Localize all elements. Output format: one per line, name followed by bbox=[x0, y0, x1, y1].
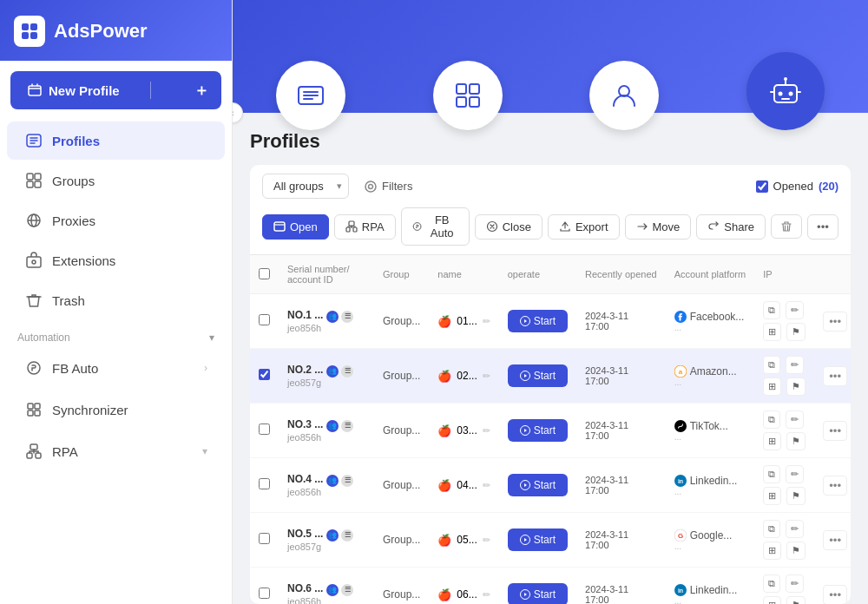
sidebar-item-fb-auto[interactable]: FB Auto › bbox=[7, 349, 225, 387]
flag-icon-4[interactable]: ⚑ bbox=[786, 542, 806, 560]
flag-icon-3[interactable]: ⚑ bbox=[786, 487, 806, 505]
start-button-1[interactable]: Start bbox=[508, 364, 568, 387]
row-more-button-0[interactable]: ••• bbox=[823, 312, 847, 332]
edit-icon[interactable]: ✏ bbox=[483, 316, 490, 327]
more-cell-4: ••• bbox=[814, 513, 851, 568]
group-select[interactable]: All groups Group 1 Group 2 bbox=[262, 174, 349, 199]
banner-bot-icon-wrap[interactable] bbox=[746, 52, 825, 130]
banner-user-icon-wrap[interactable] bbox=[589, 61, 659, 130]
edit-row-icon-0[interactable]: ✏ bbox=[786, 301, 804, 319]
open-label: Open bbox=[290, 220, 318, 233]
operate-cell-0: Start bbox=[499, 294, 576, 349]
edit-icon[interactable]: ✏ bbox=[483, 535, 490, 546]
bookmark-icon-1[interactable]: ⊞ bbox=[763, 378, 781, 396]
ip-cell-1: ⧉ ✏ ⊞ ⚑ bbox=[754, 349, 814, 404]
close-button[interactable]: Close bbox=[475, 214, 542, 240]
sidebar-extensions-label: Extensions bbox=[52, 253, 115, 268]
apple-icon: 🍎 bbox=[437, 534, 451, 547]
svg-rect-7 bbox=[35, 174, 41, 180]
bookmark-icon-0[interactable]: ⊞ bbox=[763, 323, 781, 341]
rpa-button[interactable]: RPA bbox=[334, 214, 396, 240]
row-more-button-4[interactable]: ••• bbox=[823, 530, 847, 550]
copy-icon-3[interactable]: ⧉ bbox=[763, 465, 780, 483]
edit-row-icon-5[interactable]: ✏ bbox=[786, 574, 804, 593]
select-all-checkbox[interactable] bbox=[259, 268, 270, 279]
bookmark-icon-3[interactable]: ⊞ bbox=[763, 487, 781, 505]
edit-row-icon-2[interactable]: ✏ bbox=[786, 410, 804, 429]
flag-icon-2[interactable]: ⚑ bbox=[786, 432, 806, 450]
banner-grid-icon-wrap[interactable] bbox=[433, 61, 503, 130]
svg-text:in: in bbox=[678, 478, 683, 484]
edit-icon[interactable]: ✏ bbox=[483, 589, 490, 601]
group-cell-2: Group... bbox=[374, 404, 429, 458]
edit-icon[interactable]: ✏ bbox=[483, 371, 490, 382]
copy-icon-4[interactable]: ⧉ bbox=[763, 520, 780, 538]
row-more-button-3[interactable]: ••• bbox=[823, 476, 847, 496]
banner-list-icon-wrap[interactable] bbox=[276, 61, 345, 130]
svg-rect-3 bbox=[30, 32, 37, 39]
sidebar-item-trash[interactable]: Trash bbox=[7, 281, 225, 319]
sidebar-groups-label: Groups bbox=[52, 174, 95, 188]
date-cell-1: 2024-3-1117:00 bbox=[576, 349, 666, 404]
people-icon: 👥 bbox=[326, 529, 339, 542]
svg-rect-37 bbox=[353, 227, 357, 232]
row-checkbox-2[interactable] bbox=[259, 423, 270, 435]
edit-row-icon-1[interactable]: ✏ bbox=[786, 356, 804, 374]
row-checkbox-5[interactable] bbox=[259, 588, 270, 599]
svg-text:a: a bbox=[678, 368, 682, 376]
more-options-button[interactable]: ••• bbox=[807, 214, 838, 240]
edit-row-icon-3[interactable]: ✏ bbox=[786, 465, 804, 483]
move-button[interactable]: Move bbox=[625, 214, 692, 240]
delete-button[interactable] bbox=[771, 214, 802, 239]
bookmark-icon-4[interactable]: ⊞ bbox=[763, 542, 781, 560]
bookmark-icon-5[interactable]: ⊞ bbox=[763, 596, 781, 604]
tag-icon: ☰ bbox=[341, 311, 353, 323]
row-more-button-5[interactable]: ••• bbox=[823, 585, 847, 605]
operate-cell-3: Start bbox=[499, 458, 576, 513]
copy-icon-0[interactable]: ⧉ bbox=[763, 301, 780, 319]
sidebar-item-groups[interactable]: Groups bbox=[7, 161, 225, 200]
serial-cell-1: NO.2 ... 👥 ☰ jeo857g bbox=[279, 349, 374, 404]
start-button-3[interactable]: Start bbox=[508, 474, 568, 496]
row-checkbox-1[interactable] bbox=[259, 369, 270, 380]
row-more-button-1[interactable]: ••• bbox=[823, 366, 847, 386]
copy-icon-1[interactable]: ⧉ bbox=[763, 356, 780, 374]
sidebar-item-profiles[interactable]: Profiles bbox=[7, 121, 225, 160]
sidebar-item-extensions[interactable]: Extensions bbox=[7, 241, 225, 279]
opened-checkbox[interactable] bbox=[756, 181, 768, 193]
edit-icon[interactable]: ✏ bbox=[483, 480, 490, 491]
copy-icon-2[interactable]: ⧉ bbox=[763, 410, 780, 429]
date-cell-2: 2024-3-1117:00 bbox=[576, 404, 666, 458]
edit-row-icon-4[interactable]: ✏ bbox=[786, 520, 804, 538]
flag-icon-5[interactable]: ⚑ bbox=[786, 596, 806, 604]
group-select-wrap[interactable]: All groups Group 1 Group 2 bbox=[262, 174, 349, 199]
share-button[interactable]: Share bbox=[696, 214, 766, 240]
row-checkbox-3[interactable] bbox=[259, 478, 270, 489]
flag-icon-1[interactable]: ⚑ bbox=[786, 378, 806, 396]
bookmark-icon-2[interactable]: ⊞ bbox=[763, 432, 781, 450]
people-icon: 👥 bbox=[326, 420, 339, 432]
flag-icon-0[interactable]: ⚑ bbox=[786, 323, 806, 341]
row-more-button-2[interactable]: ••• bbox=[823, 421, 847, 441]
logo-box bbox=[14, 16, 45, 47]
new-profile-button[interactable]: New Profile ＋ bbox=[10, 71, 221, 109]
trash-icon bbox=[24, 291, 43, 310]
sidebar-item-rpa[interactable]: RPA ▾ bbox=[7, 432, 225, 470]
start-button-0[interactable]: Start bbox=[508, 310, 568, 332]
fb-auto-button[interactable]: FB Auto bbox=[401, 207, 470, 246]
start-button-2[interactable]: Start bbox=[508, 419, 568, 442]
date-cell-5: 2024-3-1117:00 bbox=[576, 568, 666, 605]
filters-button[interactable]: Filters bbox=[358, 174, 419, 198]
row-checkbox-0[interactable] bbox=[259, 314, 270, 325]
edit-icon[interactable]: ✏ bbox=[483, 425, 490, 437]
sidebar-item-proxies[interactable]: Proxies bbox=[7, 201, 225, 240]
start-button-5[interactable]: Start bbox=[508, 583, 568, 604]
sidebar-item-synchronizer[interactable]: Synchronizer bbox=[7, 391, 225, 429]
start-button-4[interactable]: Start bbox=[508, 528, 568, 551]
open-button[interactable]: Open bbox=[262, 214, 329, 240]
svg-rect-19 bbox=[30, 444, 37, 450]
export-button[interactable]: Export bbox=[548, 214, 620, 240]
copy-icon-5[interactable]: ⧉ bbox=[763, 574, 780, 593]
row-checkbox-4[interactable] bbox=[259, 533, 270, 544]
more-cell-3: ••• bbox=[814, 458, 851, 513]
